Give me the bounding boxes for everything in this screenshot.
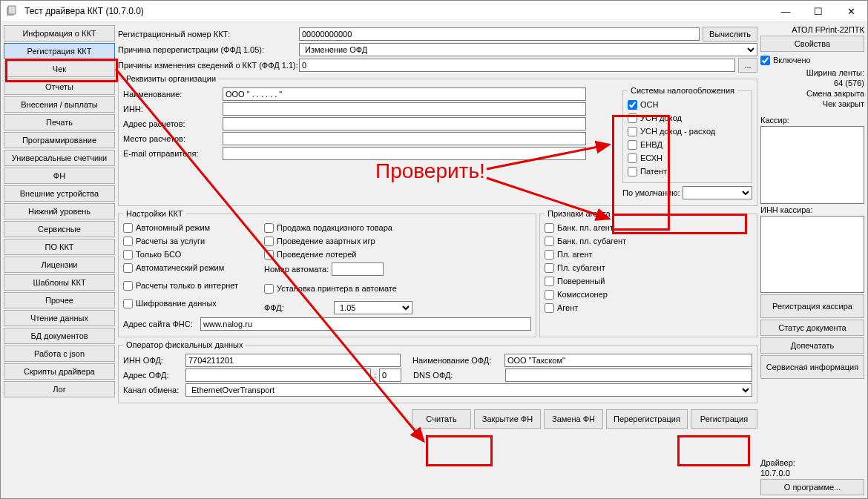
kkt-printer-automat[interactable]: Установка принтера в автомате <box>264 277 412 300</box>
agent-bank-agent[interactable]: Банк. пл. агент <box>545 221 752 234</box>
kkt-legend: Настройки ККТ <box>123 209 186 218</box>
ofd-addr-input[interactable] <box>185 369 371 382</box>
kkt-excise[interactable]: Продажа подакцизного товара <box>264 221 412 234</box>
nav-other[interactable]: Прочее <box>4 292 115 308</box>
kkt-autonomous[interactable]: Автономный режим <box>123 221 249 234</box>
nav-deposits[interactable]: Внесения / выплаты <box>4 96 115 113</box>
closefn-button[interactable]: Закрытие ФН <box>474 409 541 429</box>
nav-external[interactable]: Внешние устройства <box>4 185 115 202</box>
kkt-bso[interactable]: Только БСО <box>123 248 249 261</box>
tape-value: 64 (576) <box>760 79 864 87</box>
tax-patent[interactable]: Патент <box>628 165 747 178</box>
kkt-gambling[interactable]: Проведение азартных игр <box>264 234 412 248</box>
left-nav: Информация о ККТ Регистрация ККТ Чек Отч… <box>4 25 115 495</box>
changes-input[interactable] <box>299 59 735 72</box>
org-legend: Реквизиты организации <box>123 74 219 83</box>
cashier-input[interactable] <box>760 126 864 204</box>
shift-status: Смена закрыта <box>760 89 864 98</box>
fns-label: Адрес сайта ФНС: <box>123 320 197 328</box>
close-button[interactable]: ✕ <box>835 1 867 22</box>
tax-usn-income[interactable]: УСН доход <box>628 111 747 125</box>
org-name-input[interactable] <box>223 87 586 101</box>
tax-default-select[interactable] <box>683 186 752 199</box>
org-addr-label: Адрес расчетов: <box>123 119 220 128</box>
nav-check[interactable]: Чек <box>4 61 115 77</box>
reg-cashier-button[interactable]: Регистрация кассира <box>760 294 864 318</box>
fns-input[interactable] <box>200 317 531 331</box>
app-icon <box>1 5 22 17</box>
org-name-label: Наименование: <box>123 90 220 99</box>
maximize-button[interactable]: ☐ <box>802 1 835 22</box>
nav-log[interactable]: Лог <box>4 381 115 397</box>
agent-agent[interactable]: Агент <box>545 301 752 314</box>
agent-bank-subagent[interactable]: Банк. пл. субагент <box>545 234 752 248</box>
kkt-fieldset: Настройки ККТ Автономный режим Расчеты з… <box>118 209 536 337</box>
org-inn-label: ИНН: <box>123 105 220 113</box>
ofd-dns-input[interactable] <box>505 369 752 382</box>
status-button[interactable]: Статус документа <box>760 320 864 336</box>
props-button[interactable]: Свойства <box>760 36 864 52</box>
org-place-input[interactable] <box>223 132 586 145</box>
nav-pokkt[interactable]: ПО ККТ <box>4 239 115 255</box>
nav-service[interactable]: Сервисные <box>4 221 115 237</box>
nav-info[interactable]: Информация о ККТ <box>4 25 115 42</box>
rereg-label: Причина перерегистрации (ФФД 1.05): <box>118 45 296 54</box>
org-email-input[interactable] <box>223 147 586 160</box>
ofd-port-input[interactable] <box>379 369 401 382</box>
nav-scripts[interactable]: Скрипты драйвера <box>4 363 115 380</box>
ofd-name-input[interactable] <box>504 354 752 367</box>
nav-licenses[interactable]: Лицензии <box>4 257 115 273</box>
calc-button[interactable]: Вычислить <box>703 27 757 42</box>
nav-counters[interactable]: Универсальные счетчики <box>4 150 115 166</box>
nav-dbdocs[interactable]: БД документов <box>4 328 115 344</box>
kkt-lottery[interactable]: Проведение лотерей <box>264 248 412 261</box>
kkt-internet-only[interactable]: Расчеты только в интернет <box>123 274 249 297</box>
autonum-input[interactable] <box>332 262 384 276</box>
nav-programming[interactable]: Программирование <box>4 132 115 148</box>
nav-json[interactable]: Работа с json <box>4 346 115 362</box>
read-button[interactable]: Считать <box>412 409 471 429</box>
enabled-checkbox[interactable]: Включено <box>760 53 864 67</box>
changes-label: Причины изменения сведений о ККТ (ФФД 1.… <box>118 61 296 70</box>
regnum-input[interactable] <box>299 27 700 41</box>
tax-osn[interactable]: ОСН <box>628 98 747 111</box>
kkt-services[interactable]: Расчеты за услуги <box>123 234 249 248</box>
agent-trusted[interactable]: Поверенный <box>545 274 752 288</box>
rereg-select[interactable]: Изменение ОФД <box>299 43 757 56</box>
ofd-channel-select[interactable]: EthernetOverTransport <box>185 383 752 397</box>
register-button[interactable]: Регистрация <box>691 409 757 429</box>
kkt-automatic[interactable]: Автоматический режим <box>123 261 249 274</box>
ofd-inn-input[interactable] <box>185 354 401 367</box>
replacefn-button[interactable]: Замена ФН <box>544 409 603 429</box>
org-addr-input[interactable] <box>223 117 586 130</box>
reprint-button[interactable]: Допечатать <box>760 337 864 354</box>
agent-pl-subagent[interactable]: Пл. субагент <box>545 261 752 274</box>
rereg-button[interactable]: Перерегистрация <box>606 409 688 429</box>
nav-reports[interactable]: Отчеты <box>4 79 115 95</box>
nav-readdata[interactable]: Чтение данных <box>4 310 115 326</box>
tape-label: Ширина ленты: <box>760 68 864 77</box>
ffd-select[interactable]: 1.05 <box>334 301 412 314</box>
agent-commission[interactable]: Комиссионер <box>545 288 752 301</box>
nav-print[interactable]: Печать <box>4 114 115 130</box>
kkt-encryption[interactable]: Шифрование данных <box>123 297 249 310</box>
tax-usn-inc-exp[interactable]: УСН доход - расход <box>628 125 747 138</box>
nav-templates[interactable]: Шаблоны ККТ <box>4 274 115 291</box>
cashier-inn-input[interactable] <box>760 216 864 294</box>
agent-fieldset: Признаки агента Банк. пл. агент Банк. пл… <box>539 209 757 337</box>
agent-legend: Признаки агента <box>545 209 614 218</box>
changes-more-button[interactable]: ... <box>738 58 757 73</box>
tax-envd[interactable]: ЕНВД <box>628 138 747 151</box>
about-button[interactable]: О программе... <box>760 479 864 495</box>
agent-pl-agent[interactable]: Пл. агент <box>545 248 752 261</box>
nav-lowlevel[interactable]: Нижний уровень <box>4 203 115 219</box>
nav-registration[interactable]: Регистрация ККТ <box>4 43 115 59</box>
nav-fn[interactable]: ФН <box>4 168 115 184</box>
org-inn-input[interactable] <box>223 102 586 116</box>
tax-esxn[interactable]: ЕСХН <box>628 151 747 165</box>
regnum-label: Регистрационный номер ККТ: <box>118 30 296 39</box>
ofd-name-label: Наименование ОФД: <box>412 356 502 365</box>
service-info-button[interactable]: Сервисная информация <box>760 355 864 379</box>
minimize-button[interactable]: — <box>769 1 802 22</box>
ofd-dns-label: DNS ОФД: <box>413 371 502 380</box>
